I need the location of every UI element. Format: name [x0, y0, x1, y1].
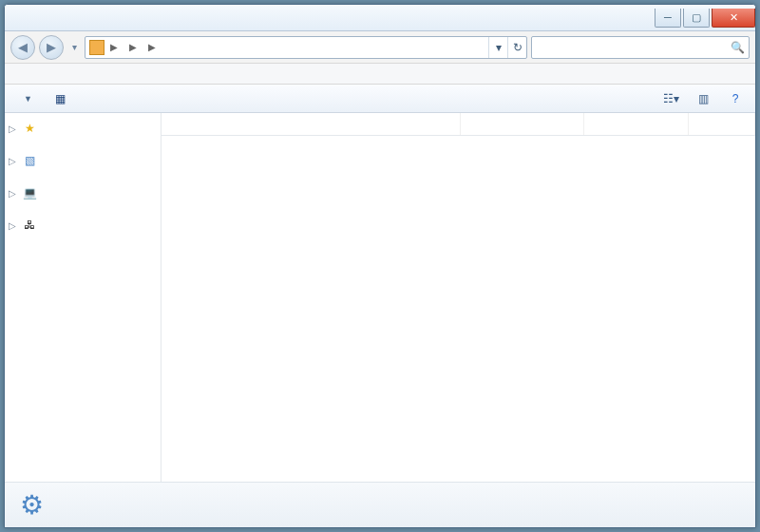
nav-back-button[interactable]: ◀	[10, 35, 35, 60]
toolbar: ▼ ▦ ☷ ▾ ▥ ?	[5, 85, 755, 113]
computer-icon: 💻	[22, 185, 37, 200]
menu-file[interactable]	[9, 72, 24, 76]
expand-icon: ▷	[9, 156, 16, 166]
nav-forward-button[interactable]: ▶	[39, 35, 64, 60]
search-icon[interactable]: 🔍	[726, 37, 749, 58]
search-box[interactable]: 🔍	[531, 36, 750, 59]
minimize-button[interactable]: ─	[655, 9, 681, 28]
menu-help[interactable]	[69, 72, 85, 76]
sidebar-group-computer[interactable]: ▷💻	[5, 183, 161, 202]
menu-tools[interactable]	[54, 72, 69, 76]
location-icon	[89, 40, 104, 55]
help-button[interactable]: ?	[723, 89, 748, 108]
preview-pane-button[interactable]: ▥	[691, 89, 715, 108]
nav-history-button[interactable]: ▾	[67, 35, 81, 60]
sidebar-group-favorites[interactable]: ▷★	[5, 119, 161, 138]
chevron-down-icon: ▾	[674, 92, 679, 105]
sidebar-group-libraries[interactable]: ▷▧	[5, 151, 161, 170]
menu-edit[interactable]	[24, 72, 39, 76]
chevron-right-icon[interactable]: ▶	[146, 42, 158, 52]
library-icon: ▧	[22, 153, 37, 168]
chevron-right-icon[interactable]: ▶	[127, 42, 139, 52]
refresh-button[interactable]: ↻	[507, 37, 526, 58]
expand-icon: ▷	[9, 220, 16, 231]
column-size[interactable]	[689, 113, 755, 135]
titlebar[interactable]: ─ ▢ ✕	[5, 5, 755, 31]
crumb-1[interactable]	[139, 37, 146, 58]
menu-view[interactable]	[39, 72, 54, 76]
menu-bar	[5, 64, 755, 85]
column-type[interactable]	[584, 113, 689, 135]
nav-sidebar[interactable]: ▷★ ▷▧ ▷💻 ▷🖧	[5, 113, 162, 482]
star-icon: ★	[22, 121, 37, 136]
close-button[interactable]: ✕	[712, 9, 755, 28]
content-area: ▷★ ▷▧ ▷💻 ▷🖧	[5, 113, 755, 482]
chevron-down-icon: ▼	[24, 94, 32, 104]
column-date[interactable]	[461, 113, 584, 135]
network-icon: 🖧	[22, 218, 37, 233]
expand-icon: ▷	[9, 124, 16, 134]
address-dropdown-button[interactable]: ▾	[488, 37, 507, 58]
maximize-button[interactable]: ▢	[683, 9, 710, 28]
gear-icon: ⚙	[14, 488, 48, 522]
chevron-right-icon[interactable]: ▶	[108, 42, 120, 52]
status-bar: ⚙	[5, 482, 755, 527]
open-icon: ▦	[55, 92, 66, 105]
column-name[interactable]	[162, 113, 461, 135]
explorer-window: ─ ▢ ✕ ◀ ▶ ▾ ▶ ▶ ▶ ▾ ↻ 🔍	[4, 4, 756, 528]
view-options-button[interactable]: ☷ ▾	[658, 89, 683, 108]
open-button[interactable]: ▦	[48, 89, 77, 108]
organize-button[interactable]: ▼	[12, 91, 40, 106]
sidebar-group-network[interactable]: ▷🖧	[5, 216, 161, 235]
file-list	[162, 113, 755, 482]
search-input[interactable]	[532, 41, 726, 54]
crumb-0[interactable]	[120, 37, 127, 58]
file-rows[interactable]	[162, 136, 755, 482]
crumb-2[interactable]	[158, 37, 165, 58]
expand-icon: ▷	[9, 188, 16, 199]
address-bar: ◀ ▶ ▾ ▶ ▶ ▶ ▾ ↻ 🔍	[5, 31, 755, 64]
address-box[interactable]: ▶ ▶ ▶ ▾ ↻	[85, 36, 527, 59]
column-headers	[162, 113, 755, 136]
